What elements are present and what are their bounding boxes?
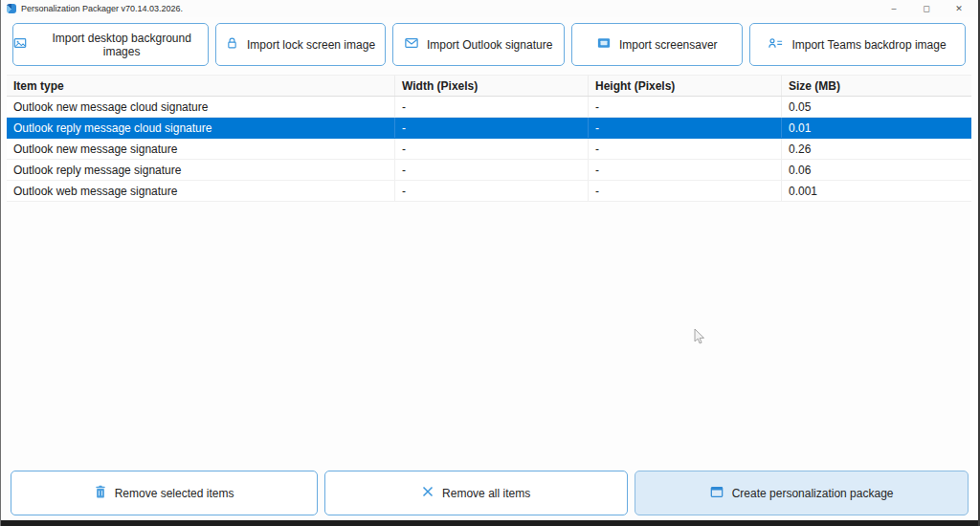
desktop-image-icon <box>13 36 27 53</box>
table-row[interactable]: Outlook new message cloud signature - - … <box>7 97 971 118</box>
import-teams-backdrop-label: Import Teams backdrop image <box>791 38 946 52</box>
import-teams-backdrop-button[interactable]: Import Teams backdrop image <box>749 23 966 66</box>
x-icon <box>422 486 434 500</box>
remove-selected-items-label: Remove selected items <box>115 487 234 500</box>
cell-size: 0.26 <box>781 139 971 159</box>
cell-size: 0.001 <box>781 181 971 201</box>
table-row[interactable]: Outlook new message signature - - 0.26 <box>7 139 971 160</box>
cell-item-type: Outlook new message signature <box>7 139 394 159</box>
cell-size: 0.06 <box>781 160 971 180</box>
import-desktop-background-label: Import desktop background images <box>35 32 208 58</box>
header-height[interactable]: Height (Pixels) <box>588 76 781 96</box>
import-lock-screen-button[interactable]: Import lock screen image <box>215 23 386 66</box>
cell-height: - <box>588 118 781 138</box>
import-outlook-signature-label: Import Outlook signature <box>427 38 552 52</box>
cell-width: - <box>394 118 588 138</box>
lock-icon <box>226 36 238 53</box>
screensaver-icon <box>597 37 611 52</box>
import-desktop-background-button[interactable]: Import desktop background images <box>12 23 209 66</box>
import-screensaver-button[interactable]: Import screensaver <box>571 23 743 66</box>
cell-width: - <box>394 160 588 180</box>
person-backdrop-icon <box>768 37 783 52</box>
footer-button-row: Remove selected items Remove all items C… <box>11 471 969 515</box>
header-item-type[interactable]: Item type <box>7 76 394 96</box>
cell-item-type: Outlook web message signature <box>7 181 394 201</box>
window-bottom-edge <box>0 520 980 526</box>
window-controls: – ◻ ✕ <box>888 4 978 13</box>
close-button[interactable]: ✕ <box>953 4 965 13</box>
import-lock-screen-label: Import lock screen image <box>247 38 375 52</box>
table-body: Outlook new message cloud signature - - … <box>7 97 971 202</box>
cell-size: 0.05 <box>781 97 971 117</box>
package-icon <box>710 486 724 501</box>
import-outlook-signature-button[interactable]: Import Outlook signature <box>392 23 566 66</box>
cell-height: - <box>588 160 781 180</box>
table-row[interactable]: Outlook reply message cloud signature - … <box>7 118 971 139</box>
cell-width: - <box>394 97 588 117</box>
create-personalization-package-button[interactable]: Create personalization package <box>635 471 969 515</box>
table-row[interactable]: Outlook web message signature - - 0.001 <box>7 181 971 202</box>
header-size[interactable]: Size (MB) <box>781 76 971 96</box>
minimize-button[interactable]: – <box>888 4 900 13</box>
table-header-row: Item type Width (Pixels) Height (Pixels)… <box>7 75 971 97</box>
table-row[interactable]: Outlook reply message signature - - 0.06 <box>7 160 971 181</box>
import-button-row: Import desktop background images Import … <box>1 17 978 67</box>
import-screensaver-label: Import screensaver <box>619 38 718 52</box>
trash-icon <box>95 485 106 501</box>
cell-item-type: Outlook reply message signature <box>7 160 394 180</box>
items-table: Item type Width (Pixels) Height (Pixels)… <box>7 75 971 202</box>
cell-height: - <box>588 97 781 117</box>
app-icon <box>7 4 16 13</box>
cell-height: - <box>588 181 781 201</box>
cell-item-type: Outlook new message cloud signature <box>7 97 394 117</box>
window-title: Personalization Packager v70.14.03.2026. <box>21 4 888 13</box>
mouse-cursor <box>694 328 705 345</box>
envelope-icon <box>405 37 418 52</box>
header-width[interactable]: Width (Pixels) <box>394 76 588 96</box>
cell-height: - <box>588 139 781 159</box>
remove-all-items-button[interactable]: Remove all items <box>324 471 628 515</box>
cell-width: - <box>394 139 588 159</box>
titlebar: Personalization Packager v70.14.03.2026.… <box>1 0 978 17</box>
app-window: Personalization Packager v70.14.03.2026.… <box>0 0 980 526</box>
cell-size: 0.01 <box>781 118 971 138</box>
remove-all-items-label: Remove all items <box>442 487 530 500</box>
maximize-button[interactable]: ◻ <box>921 4 932 13</box>
remove-selected-items-button[interactable]: Remove selected items <box>11 471 318 515</box>
cell-item-type: Outlook reply message cloud signature <box>7 118 394 138</box>
cell-width: - <box>394 181 588 201</box>
create-personalization-package-label: Create personalization package <box>732 487 894 500</box>
